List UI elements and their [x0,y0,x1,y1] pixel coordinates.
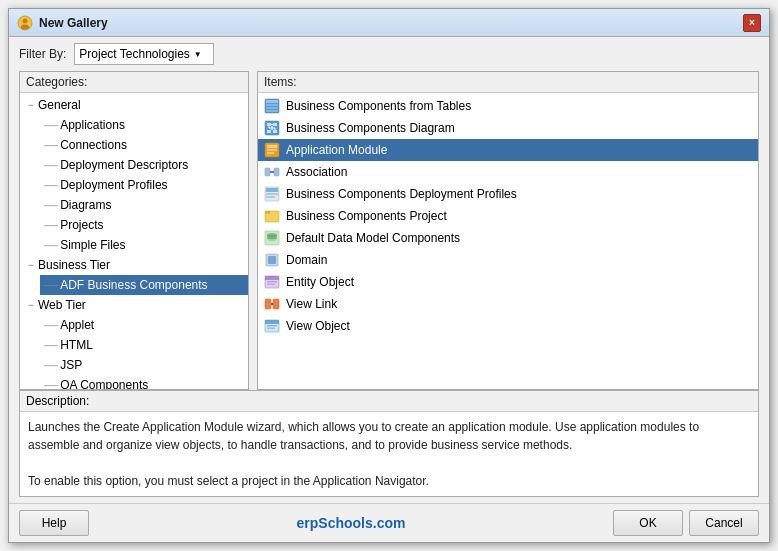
list-item-bc-deployment[interactable]: Business Components Deployment Profiles [258,183,758,205]
ok-button[interactable]: OK [613,510,683,536]
association-icon [264,164,280,180]
description-text: Launches the Create Application Module w… [20,412,758,496]
toggle-business-tier: − [24,260,38,270]
connector: ── [44,140,58,151]
sidebar-item-adf-business-components[interactable]: ── ADF Business Components [40,275,248,295]
svg-rect-43 [265,299,271,309]
svg-point-2 [21,24,29,29]
label-bc-deployment: Business Components Deployment Profiles [286,187,517,201]
filter-value: Project Technologies [79,47,190,61]
sidebar-item-html[interactable]: ── HTML [40,335,248,355]
list-item-domain[interactable]: Domain [258,249,758,271]
sidebar-item-projects[interactable]: ── Projects [40,215,248,235]
svg-rect-4 [266,100,278,103]
sidebar-item-deployment-descriptors[interactable]: ── Deployment Descriptors [40,155,248,175]
label-bc-project: Business Components Project [286,209,447,223]
connector: ── [44,380,58,390]
svg-rect-26 [266,188,278,192]
label-association: Association [286,165,347,179]
list-item-bc-diagram[interactable]: Business Components Diagram [258,117,758,139]
svg-rect-41 [267,281,277,283]
svg-rect-9 [267,123,271,126]
label-view-object: View Object [286,319,350,333]
connector: ── [44,120,58,131]
sidebar-item-deployment-profiles[interactable]: ── Deployment Profiles [40,175,248,195]
footer-buttons: OK Cancel [613,510,759,536]
categories-panel: Categories: − General ── Applications ──… [19,71,249,390]
svg-rect-38 [268,256,276,264]
categories-tree: − General ── Applications ── Connections… [20,93,248,389]
svg-rect-21 [267,152,274,154]
list-item-association[interactable]: Association [258,161,758,183]
close-button[interactable]: × [743,14,761,32]
description-header: Description: [20,391,758,412]
svg-rect-49 [267,325,277,327]
items-list: Business Components from Tables [258,93,758,389]
sidebar-item-general[interactable]: − General [20,95,248,115]
cancel-button[interactable]: Cancel [689,510,759,536]
sidebar-item-applet[interactable]: ── Applet [40,315,248,335]
list-item-view-link[interactable]: View Link [258,293,758,315]
label-domain: Domain [286,253,327,267]
list-item-entity-object[interactable]: Entity Object [258,271,758,293]
items-header: Items: [258,72,758,93]
view-link-icon [264,296,280,312]
label-entity-object: Entity Object [286,275,354,289]
bc-diagram-icon [264,120,280,136]
sidebar-item-oa-components[interactable]: ── OA Components [40,375,248,389]
label-view-link: View Link [286,297,337,311]
sidebar-item-diagrams[interactable]: ── Diagrams [40,195,248,215]
label-bc-diagram: Business Components Diagram [286,121,455,135]
bc-project-icon [264,208,280,224]
sidebar-item-connections[interactable]: ── Connections [40,135,248,155]
svg-rect-19 [267,145,277,148]
sidebar-item-jsp[interactable]: ── JSP [40,355,248,375]
filter-label: Filter By: [19,47,66,61]
label-bc-tables: Business Components from Tables [286,99,471,113]
window-title: New Gallery [39,16,108,30]
main-content: Categories: − General ── Applications ──… [9,71,769,390]
connector: ── [44,180,58,191]
data-model-icon [264,230,280,246]
svg-rect-10 [273,123,277,126]
list-item-view-object[interactable]: View Object [258,315,758,337]
svg-rect-5 [266,104,278,106]
items-panel: Items: Business Components from Tables [257,71,759,390]
filter-dropdown[interactable]: Project Technologies ▼ [74,43,214,65]
label-data-model: Default Data Model Components [286,231,460,245]
list-item-default-data-model[interactable]: Default Data Model Components [258,227,758,249]
list-item-app-module[interactable]: Application Module [258,139,758,161]
svg-rect-30 [265,211,270,214]
connector: ── [44,220,58,231]
sidebar-item-applications[interactable]: ── Applications [40,115,248,135]
svg-rect-12 [273,130,277,133]
list-item-bc-project[interactable]: Business Components Project [258,205,758,227]
list-item-bc-tables[interactable]: Business Components from Tables [258,95,758,117]
toggle-web-tier: − [24,300,38,310]
svg-point-36 [267,237,277,241]
connector: ── [44,360,58,371]
app-icon [17,15,33,31]
connector: ── [44,240,58,251]
sidebar-item-web-tier[interactable]: − Web Tier [20,295,248,315]
sidebar-item-business-tier[interactable]: − Business Tier [20,255,248,275]
svg-rect-6 [266,107,278,109]
svg-rect-28 [266,196,275,198]
connector: ── [44,340,58,351]
svg-rect-23 [274,168,279,176]
categories-header: Categories: [20,72,248,93]
label-app-module: Application Module [286,143,387,157]
svg-rect-50 [267,328,275,330]
bc-deployment-icon [264,186,280,202]
entity-object-icon [264,274,280,290]
connector: ── [44,160,58,171]
connector: ── [44,320,58,331]
svg-rect-27 [266,193,278,195]
svg-rect-22 [265,168,270,176]
sidebar-item-simple-files[interactable]: ── Simple Files [40,235,248,255]
filter-bar: Filter By: Project Technologies ▼ [9,37,769,71]
toggle-general: − [24,100,38,110]
help-button[interactable]: Help [19,510,89,536]
app-module-icon [264,142,280,158]
connector: ── [44,280,58,291]
